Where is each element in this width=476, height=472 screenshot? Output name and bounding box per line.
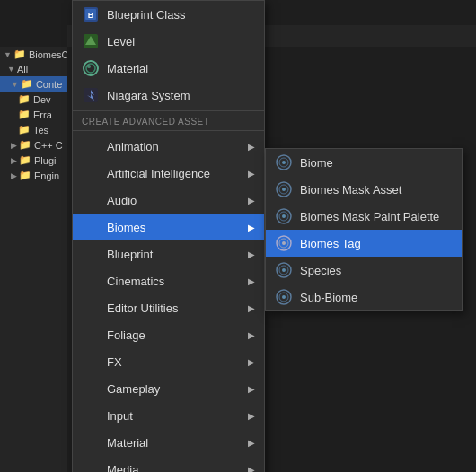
file-tree-sidebar: ▼ 📁 BiomesCu ▼ All ▼ 📁 Conte 📁 Dev 📁 Err… (0, 47, 67, 472)
ctx-item-fx[interactable]: FX ▶ (73, 348, 264, 375)
svg-text:B: B (88, 11, 94, 20)
species-icon (275, 261, 293, 279)
svg-point-11 (282, 161, 286, 164)
ctx-label-editor-utilities: Editor Utilities (107, 302, 241, 315)
ctx-item-material[interactable]: Material (73, 55, 264, 82)
primary-context-menu: B Blueprint Class Level Material (72, 0, 265, 472)
folder-icon: 📁 (18, 124, 31, 135)
tree-label: Erra (33, 109, 52, 120)
tree-item-tes[interactable]: 📁 Tes (0, 122, 67, 137)
tree-item-engin[interactable]: ▶ 📁 Engin (0, 168, 67, 183)
submenu-arrow: ▶ (248, 196, 255, 205)
biomes-mask-paint-icon (275, 207, 293, 225)
tree-label: C++ C (34, 140, 63, 151)
ctx-item-ai[interactable]: Artificial Intelligence ▶ (73, 160, 264, 187)
tree-item-conte[interactable]: ▼ 📁 Conte (0, 76, 67, 92)
svg-point-23 (282, 268, 286, 272)
niagara-icon (82, 86, 100, 104)
tree-item-cpp[interactable]: ▶ 📁 C++ C (0, 137, 67, 153)
ctx-item-audio[interactable]: Audio ▶ (73, 187, 264, 214)
tree-label: BiomesCu (29, 49, 67, 60)
ctx-label-input: Input (107, 409, 241, 423)
ctx-item-blueprint[interactable]: Blueprint ▶ (73, 240, 264, 267)
svg-point-26 (282, 295, 286, 299)
ai-icon (82, 164, 100, 182)
submenu-arrow: ▶ (248, 330, 255, 340)
folder-icon: 📁 (19, 154, 31, 166)
ctx-label-foliage: Foliage (107, 328, 241, 342)
ctx-label-niagara: Niagara System (107, 89, 255, 102)
blueprint-sub-icon (82, 245, 100, 263)
ctx-label-sub-biome: Sub-Biome (300, 291, 453, 304)
folder-icon: 📁 (18, 93, 31, 105)
tree-item-biomes-cu[interactable]: ▼ 📁 BiomesCu (0, 47, 67, 62)
ctx-item-sub-biome[interactable]: Sub-Biome (266, 284, 462, 310)
folder-icon: 📁 (19, 170, 31, 181)
svg-point-17 (282, 214, 286, 218)
submenu-arrow: ▶ (248, 384, 255, 394)
ctx-label-biomes-mask-paint: Biomes Mask Paint Palette (300, 210, 453, 223)
ctx-label-media: Media (107, 463, 241, 473)
material-adv-icon (82, 433, 100, 451)
tree-item-erra[interactable]: 📁 Erra (0, 107, 67, 122)
ctx-label-blueprint: Blueprint (107, 248, 241, 261)
animation-icon (82, 137, 100, 155)
folder-icon: 📁 (21, 78, 33, 90)
submenu-arrow: ▶ (248, 438, 255, 448)
ctx-label-audio: Audio (107, 194, 241, 207)
ctx-label-biomes-mask-asset: Biomes Mask Asset (300, 183, 453, 197)
gameplay-icon (82, 380, 100, 398)
ctx-item-cinematics[interactable]: Cinematics ▶ (73, 267, 264, 294)
ctx-item-material-adv[interactable]: Material ▶ (73, 429, 264, 456)
expand-arrow: ▼ (4, 50, 12, 59)
ctx-label-biomes-tag: Biomes Tag (300, 237, 453, 250)
tree-label: Conte (36, 79, 62, 90)
svg-point-7 (87, 65, 91, 68)
tree-item-plugi[interactable]: ▶ 📁 Plugi (0, 153, 67, 168)
blueprint-icon: B (82, 5, 100, 23)
ctx-item-animation[interactable]: Animation ▶ (73, 133, 264, 160)
material-icon (82, 59, 100, 77)
svg-point-20 (282, 241, 286, 245)
folder-icon: 📁 (19, 139, 31, 151)
biome-icon (275, 153, 293, 171)
ctx-label-cinematics: Cinematics (107, 275, 241, 288)
ctx-item-blueprint-class[interactable]: B Blueprint Class (73, 1, 264, 28)
submenu-arrow: ▶ (248, 276, 255, 286)
expand-arrow: ▶ (11, 141, 17, 150)
tree-item-dev[interactable]: 📁 Dev (0, 92, 67, 107)
ctx-label-ai: Artificial Intelligence (107, 167, 241, 180)
folder-icon: 📁 (18, 109, 31, 120)
input-icon (82, 406, 100, 424)
ctx-label-biome: Biome (300, 156, 453, 170)
fx-icon (82, 353, 100, 371)
ctx-item-editor-utilities[interactable]: Editor Utilities ▶ (73, 294, 264, 321)
ctx-label-level: Level (107, 35, 255, 48)
ctx-item-niagara[interactable]: Niagara System (73, 82, 264, 109)
tree-label: Dev (33, 94, 51, 105)
audio-icon (82, 191, 100, 209)
expand-arrow: ▼ (11, 80, 19, 89)
submenu-arrow: ▶ (248, 303, 255, 313)
ctx-item-species[interactable]: Species (266, 257, 462, 284)
ctx-item-level[interactable]: Level (73, 28, 264, 55)
editor-utilities-icon (82, 299, 100, 317)
ctx-item-input[interactable]: Input ▶ (73, 402, 264, 429)
tree-label: All (17, 64, 28, 74)
ctx-item-media[interactable]: Media ▶ (73, 456, 264, 472)
ctx-item-biomes-mask-asset[interactable]: Biomes Mask Asset (266, 176, 462, 203)
tree-item-all[interactable]: ▼ All (0, 62, 67, 76)
ctx-item-biomes-tag[interactable]: Biomes Tag (266, 230, 462, 257)
ctx-item-gameplay[interactable]: Gameplay ▶ (73, 375, 264, 402)
submenu-arrow: ▶ (248, 465, 255, 473)
ctx-item-biomes-mask-paint-palette[interactable]: Biomes Mask Paint Palette (266, 203, 462, 230)
ctx-item-biomes[interactable]: Biomes ▶ (73, 214, 264, 240)
section-divider (73, 110, 264, 111)
ctx-label-animation: Animation (107, 140, 241, 153)
ctx-label-gameplay: Gameplay (107, 382, 241, 396)
ctx-item-foliage[interactable]: Foliage ▶ (73, 321, 264, 348)
ctx-item-biome[interactable]: Biome (266, 149, 462, 176)
advanced-section-label: CREATE ADVANCED ASSET (73, 113, 264, 128)
level-icon (82, 32, 100, 50)
expand-arrow: ▶ (11, 156, 17, 165)
